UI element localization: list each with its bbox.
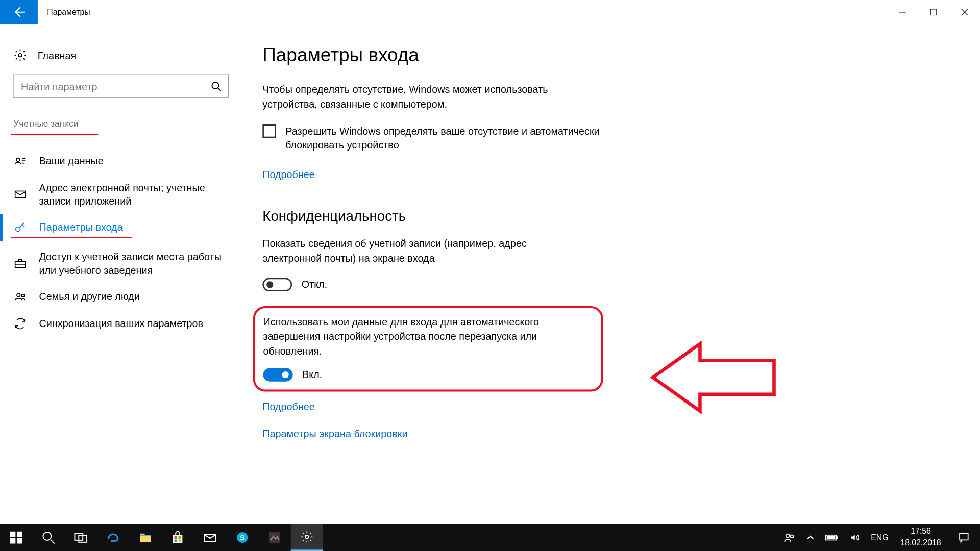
annotation-arrow	[646, 334, 781, 424]
svg-rect-32	[837, 536, 838, 539]
sidebar-item-label: Ваши данные	[39, 154, 103, 167]
taskbar: S ENG 17:56 18.02.2018	[0, 524, 980, 551]
sidebar-item-sync[interactable]: Синхронизация ваших параметров	[0, 310, 242, 337]
svg-rect-10	[17, 532, 22, 537]
search-input[interactable]	[21, 81, 211, 92]
sidebar-item-family[interactable]: Семья и другие люди	[0, 283, 242, 310]
toggle-state-label: Вкл.	[302, 369, 322, 380]
learn-more-link-2[interactable]: Подробнее	[262, 401, 315, 412]
svg-rect-22	[175, 540, 177, 542]
tray-people-icon[interactable]	[778, 524, 801, 551]
start-button[interactable]	[0, 524, 32, 551]
page-heading: Параметры входа	[262, 44, 960, 66]
learn-more-link[interactable]: Подробнее	[262, 169, 315, 180]
tray-clock[interactable]: 17:56 18.02.2018	[894, 524, 948, 551]
person-card-icon	[13, 154, 27, 167]
annotation-highlight-box: Использовать мои данные для входа для ав…	[253, 306, 603, 391]
svg-rect-12	[17, 538, 22, 544]
svg-rect-23	[178, 540, 181, 542]
tray-date: 18.02.2018	[900, 539, 941, 548]
sidebar-item-label: Адрес электронной почты; учетные записи …	[39, 181, 229, 207]
svg-point-5	[16, 227, 20, 232]
allow-presence-checkbox[interactable]	[262, 124, 276, 137]
back-button[interactable]	[0, 0, 38, 24]
window-minimize-button[interactable]	[887, 0, 918, 24]
tray-action-center-icon[interactable]	[948, 524, 980, 551]
sidebar-item-work-access[interactable]: Доступ к учетной записи места работы или…	[0, 243, 242, 283]
svg-point-8	[21, 294, 24, 297]
taskbar-app-generic[interactable]	[258, 524, 290, 551]
svg-rect-34	[960, 533, 968, 540]
main-content: Параметры входа Чтобы определять отсутст…	[242, 24, 980, 524]
checkbox-label: Разрешить Windows определять ваше отсутс…	[285, 123, 608, 153]
gear-icon	[13, 48, 27, 62]
taskbar-app-mail[interactable]	[194, 524, 226, 551]
svg-point-13	[43, 532, 51, 540]
annotation-underline	[11, 134, 98, 135]
window-titlebar: Параметры	[0, 0, 980, 24]
tray-volume-icon[interactable]	[844, 524, 866, 551]
svg-text:S: S	[240, 534, 245, 542]
svg-point-1	[18, 54, 22, 57]
lockscreen-settings-link[interactable]: Параметры экрана блокировки	[262, 428, 407, 439]
sidebar-home[interactable]: Главная	[0, 44, 242, 74]
taskbar-app-edge[interactable]	[97, 524, 129, 551]
svg-rect-0	[930, 9, 937, 15]
sidebar-item-signin-options[interactable]: Параметры входа	[0, 214, 242, 241]
sidebar-item-your-info[interactable]: Ваши данные	[0, 147, 242, 174]
taskbar-app-skype[interactable]: S	[226, 524, 258, 551]
search-icon	[211, 81, 222, 91]
sidebar-item-email-accounts[interactable]: Адрес электронной почты; учетные записи …	[0, 174, 242, 214]
svg-point-28	[305, 535, 309, 539]
sidebar-category-label: Учетные записи	[0, 118, 92, 133]
tray-time: 17:56	[911, 527, 931, 536]
toggle-state-label: Откл.	[302, 279, 327, 290]
sidebar-item-label: Синхронизация ваших параметров	[39, 317, 203, 330]
svg-point-30	[791, 535, 794, 538]
svg-rect-33	[827, 536, 836, 539]
task-view-button[interactable]	[65, 524, 97, 551]
search-box[interactable]	[13, 74, 229, 98]
tray-battery-icon[interactable]	[820, 524, 844, 551]
window-maximize-button[interactable]	[918, 0, 949, 24]
privacy-description: Показать сведения об учетной записи (нап…	[262, 236, 585, 265]
svg-rect-18	[140, 535, 151, 536]
taskbar-app-explorer[interactable]	[129, 524, 161, 551]
key-icon	[13, 221, 27, 234]
use-signin-description: Использовать мои данные для входа для ав…	[263, 314, 586, 358]
taskbar-app-store[interactable]	[161, 524, 193, 551]
mail-icon	[13, 187, 27, 201]
sidebar-item-label: Параметры входа	[39, 221, 122, 234]
sidebar-item-label: Доступ к учетной записи места работы или…	[39, 251, 229, 277]
window-title: Параметры	[38, 0, 100, 24]
svg-point-2	[212, 82, 218, 89]
sidebar-home-label: Главная	[38, 49, 76, 61]
svg-rect-20	[175, 536, 177, 539]
svg-point-3	[16, 158, 20, 162]
svg-point-29	[786, 534, 790, 538]
show-account-toggle[interactable]	[262, 278, 292, 291]
tray-chevron-up-icon[interactable]	[801, 524, 820, 551]
privacy-heading: Конфиденциальность	[262, 208, 960, 224]
settings-sidebar: Главная Учетные записи Ваши данные Адрес…	[0, 24, 242, 524]
svg-point-7	[17, 293, 20, 297]
svg-rect-21	[178, 536, 181, 539]
sidebar-item-label: Семья и другие люди	[39, 290, 139, 304]
sync-icon	[13, 317, 27, 330]
svg-rect-11	[10, 538, 16, 544]
window-close-button[interactable]	[949, 0, 980, 24]
svg-rect-9	[10, 532, 16, 537]
tray-language-indicator[interactable]: ENG	[866, 524, 894, 551]
taskbar-app-settings[interactable]	[291, 524, 323, 551]
use-signin-toggle[interactable]	[263, 368, 293, 381]
people-icon	[13, 290, 27, 303]
presence-description: Чтобы определять отсутствие, Windows мож…	[262, 82, 585, 111]
taskbar-search-button[interactable]	[32, 524, 64, 551]
briefcase-icon	[13, 257, 27, 270]
svg-rect-4	[15, 191, 26, 197]
